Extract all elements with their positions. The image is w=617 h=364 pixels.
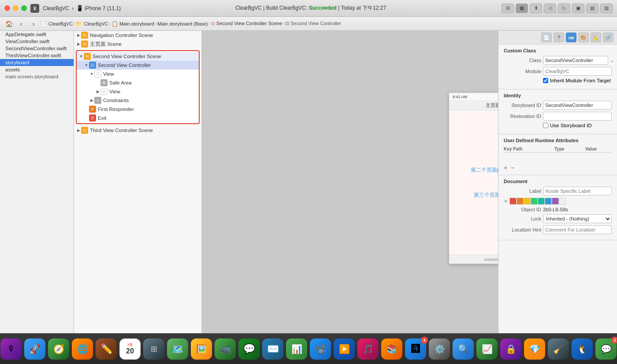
expand-view-child[interactable]: ▶: [95, 89, 100, 94]
swatch-teal[interactable]: [538, 198, 545, 205]
back-nav[interactable]: ‹: [16, 19, 26, 29]
dock-wechat[interactable]: 💬 2: [595, 338, 617, 360]
class-browse[interactable]: ⌄: [610, 58, 614, 63]
minimize-button[interactable]: [13, 5, 19, 11]
view-toggle[interactable]: ▦: [516, 4, 528, 13]
inspector-tab-help[interactable]: ?: [554, 33, 564, 42]
breadcrumb-4[interactable]: ⊙ Second View Controller Scene: [211, 21, 282, 26]
dock-photos[interactable]: 🖼️: [191, 338, 212, 360]
dock-numbers[interactable]: 📊: [286, 338, 307, 360]
breadcrumb-5[interactable]: ⊡ Second View Controller: [285, 21, 341, 26]
close-button[interactable]: [4, 5, 10, 11]
dock-books[interactable]: 📚: [381, 338, 402, 360]
breadcrumb-3[interactable]: Main.storyboard (Base): [157, 21, 208, 26]
module-input[interactable]: [543, 67, 612, 76]
dock-safari[interactable]: 🧭: [48, 338, 69, 360]
add-attribute-btn[interactable]: +: [504, 164, 507, 171]
swatch-purple[interactable]: [552, 198, 559, 205]
dock-settings[interactable]: ⚙️: [429, 338, 450, 360]
inspector-tab-identity[interactable]: 🪪: [566, 33, 576, 42]
expand-nav[interactable]: ▶: [76, 33, 81, 38]
file-thirdvc[interactable]: ThirdViewController.swift: [0, 52, 74, 59]
dock-launchpad[interactable]: 🚀: [24, 338, 45, 360]
nav-item-constraints[interactable]: ▶ ≡ Constraints: [77, 96, 199, 105]
inspector-tab-attributes[interactable]: 🎨: [578, 33, 589, 42]
inherit-checkbox[interactable]: [543, 78, 548, 83]
nav-item-view-child[interactable]: ▶ □ View: [77, 87, 199, 96]
restoration-id-input[interactable]: [543, 112, 612, 121]
expand-third[interactable]: ▶: [76, 128, 81, 133]
expand-main[interactable]: ▶: [76, 41, 81, 47]
breadcrumb-1[interactable]: 📁 ClearBgVC: [76, 21, 108, 27]
dock-quicktime[interactable]: ▶️: [334, 338, 355, 360]
inspector-tab-file[interactable]: 📄: [541, 33, 552, 42]
storyboard-id-input[interactable]: [543, 101, 612, 110]
sidebar-toggle[interactable]: ⊟: [502, 4, 514, 13]
breadcrumb-0[interactable]: 📄 ClearBgVC: [41, 21, 73, 27]
lock-select[interactable]: Inherited - (Nothing): [543, 214, 612, 223]
file-assets[interactable]: assets: [0, 66, 74, 73]
file-appdelegate[interactable]: AppDelegate.swift: [0, 31, 74, 38]
inspector-tab-size[interactable]: 📐: [591, 33, 601, 42]
dock-messages[interactable]: 💬: [238, 338, 260, 360]
file-vc[interactable]: ViewController.swift: [0, 38, 74, 45]
link1-first[interactable]: 第二个页面present: [471, 166, 498, 174]
swatch-yellow[interactable]: [524, 198, 531, 205]
layout2[interactable]: ▤: [586, 4, 598, 13]
maximize-button[interactable]: [21, 5, 27, 11]
doc-label-input[interactable]: [543, 187, 612, 195]
nav-item-secondvc[interactable]: ▼ ⊡ Second View Controller: [77, 61, 199, 70]
swatch-white[interactable]: [559, 198, 566, 205]
layout1[interactable]: ▣: [572, 4, 584, 13]
localizer-input[interactable]: [543, 225, 612, 234]
nav-item-view-parent[interactable]: ▼ □ View: [77, 70, 199, 78]
swatch-orange[interactable]: [517, 198, 524, 205]
dock-mail[interactable]: ✉️: [262, 338, 283, 360]
file-mainscreen[interactable]: main screen.storyboard: [0, 73, 74, 80]
dock-facetime[interactable]: 📹: [215, 338, 236, 360]
dock-chrome[interactable]: 🌐: [72, 338, 93, 360]
link2-first[interactable]: 第三个页面push: [474, 191, 498, 199]
nav-item-secondscene[interactable]: ▼ N Second View Controller Scene: [77, 52, 199, 61]
swatch-green[interactable]: [531, 198, 538, 205]
swatch-blue[interactable]: [545, 198, 552, 205]
nav-item-mainscene[interactable]: ▶ N 主页面 Scene: [74, 40, 201, 48]
file-storyboard[interactable]: storyboard: [0, 59, 74, 66]
dock-keynote[interactable]: 📽️: [310, 338, 331, 360]
file-secondvc[interactable]: SecondViewController.swift: [0, 45, 74, 52]
forward-btn[interactable]: ▷: [558, 4, 570, 13]
dock-stats[interactable]: 📈: [476, 338, 498, 360]
share-btn[interactable]: ⬆: [530, 4, 542, 13]
layout3[interactable]: ▥: [600, 4, 613, 13]
dock-grid[interactable]: ⊞: [143, 338, 164, 360]
expand-view[interactable]: ▼: [89, 71, 94, 77]
back-btn[interactable]: ◁: [544, 4, 556, 13]
dock-maps[interactable]: 🗺️: [167, 338, 188, 360]
dock-appclean[interactable]: 🧹: [548, 338, 569, 360]
dock-photos-edit[interactable]: ✏️: [96, 338, 117, 360]
dock-vpn[interactable]: 🔒: [500, 338, 521, 360]
home-btn[interactable]: 🏠: [4, 19, 14, 29]
dock-siri[interactable]: 🎙: [0, 338, 22, 360]
nav-item-firstresponder[interactable]: ▶ F First Responder: [77, 105, 199, 114]
expand-second[interactable]: ▼: [78, 54, 84, 59]
nav-item-safearea[interactable]: ▶ ⊠ Safe Area: [77, 78, 199, 87]
dock-sketch[interactable]: 💎: [524, 338, 545, 360]
expand-constraints[interactable]: ▶: [89, 98, 94, 103]
breadcrumb-2[interactable]: 📋 Main.storyboard: [112, 21, 154, 27]
dock-qq[interactable]: 🐧: [572, 338, 593, 360]
swatch-red[interactable]: [509, 198, 517, 205]
nav-item-exit[interactable]: ▶ E Exit: [77, 114, 199, 122]
fwd-nav[interactable]: ›: [28, 19, 39, 29]
use-storyboard-checkbox[interactable]: [543, 123, 548, 128]
expand-secondvc[interactable]: ▼: [84, 63, 89, 68]
dock-finder2[interactable]: 🔍: [453, 338, 474, 360]
nav-item-navcontroller[interactable]: ▶ N Navigation Controller Scene: [74, 31, 201, 40]
remove-attribute-btn[interactable]: −: [511, 164, 514, 171]
dock-music[interactable]: 🎵: [357, 338, 379, 360]
class-input[interactable]: [543, 56, 608, 65]
dock-appstore[interactable]: 🅰 4: [405, 338, 426, 360]
nav-item-thirdscene[interactable]: ▶ N Third View Controller Scene: [74, 126, 201, 135]
canvas-area[interactable]: 9:41 AM ▶▶ 主页面 第二个页面present 第三个页面push: [202, 31, 498, 333]
inspector-tab-connections[interactable]: 🔗: [603, 33, 613, 42]
